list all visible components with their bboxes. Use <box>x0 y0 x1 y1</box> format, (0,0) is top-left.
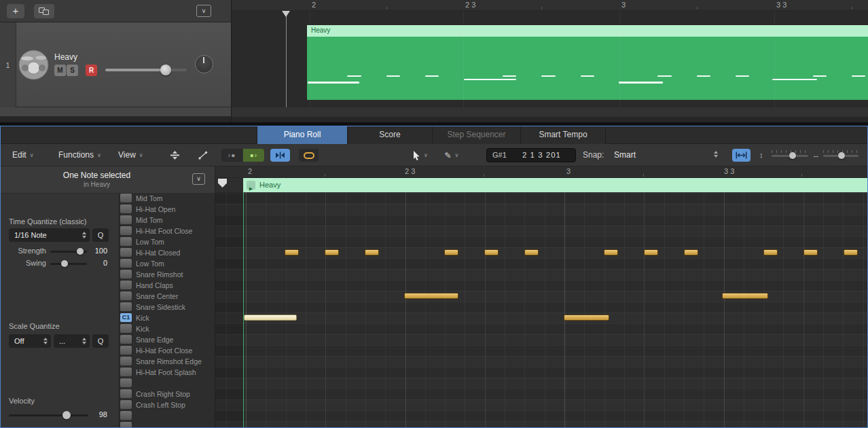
lane-name[interactable]: Snare Center <box>133 291 215 302</box>
drum-key[interactable] <box>120 368 132 376</box>
empty-track-row[interactable] <box>0 107 231 117</box>
lane-name[interactable] <box>133 410 215 421</box>
midi-region[interactable]: Heavy <box>307 25 868 100</box>
lane-name[interactable]: Hand Claps <box>133 280 215 291</box>
midi-note[interactable] <box>844 249 858 255</box>
drum-key[interactable] <box>120 346 132 355</box>
drum-key[interactable] <box>120 335 132 344</box>
drum-key[interactable] <box>120 378 132 387</box>
lane-name[interactable]: Low Tom <box>133 236 215 247</box>
drum-key[interactable] <box>120 237 132 246</box>
drum-key[interactable] <box>120 248 132 257</box>
lane-name[interactable]: Hi-Hat Foot Splash <box>133 367 215 378</box>
add-track-button[interactable]: + <box>7 4 24 18</box>
lane-name[interactable]: Snare Edge <box>133 334 215 345</box>
lane-name[interactable]: Hi-Hat Foot Close <box>133 226 215 236</box>
lane-name[interactable]: Hi-Hat Closed <box>133 247 215 258</box>
midi-note[interactable] <box>404 293 458 299</box>
pan-knob[interactable] <box>195 55 213 73</box>
midi-note[interactable] <box>365 249 379 255</box>
drum-key[interactable] <box>120 291 132 300</box>
tab-smart-tempo[interactable]: Smart Tempo <box>520 126 606 144</box>
quantize-apply-button[interactable]: Q <box>92 228 109 242</box>
midi-note[interactable] <box>722 293 768 299</box>
drum-key[interactable] <box>120 270 132 279</box>
midi-note[interactable] <box>644 249 658 255</box>
volume-slider-thumb[interactable] <box>160 65 171 75</box>
midi-note[interactable] <box>484 249 499 255</box>
midi-note[interactable] <box>325 249 339 255</box>
loop-button[interactable] <box>299 149 319 162</box>
editor-ruler[interactable]: 22 333 3 <box>215 166 868 178</box>
drum-key[interactable] <box>120 204 132 213</box>
midi-note[interactable] <box>604 249 618 255</box>
swing-thumb[interactable] <box>61 260 68 267</box>
mute-button[interactable]: M <box>54 65 66 76</box>
collapse-mode-button[interactable] <box>166 149 183 162</box>
lane-name[interactable] <box>133 421 215 428</box>
drum-key[interactable] <box>120 422 132 428</box>
lane-name[interactable]: Mid Tom <box>133 193 215 204</box>
drum-key[interactable] <box>120 411 132 420</box>
playhead-marker[interactable] <box>282 11 290 17</box>
midi-note[interactable] <box>244 315 297 321</box>
scroll-to-selection-button[interactable] <box>270 149 290 162</box>
region-body[interactable] <box>307 37 868 100</box>
zoom-to-fit-button[interactable] <box>732 149 751 162</box>
editor-playhead-marker[interactable] <box>218 179 227 188</box>
duplicate-track-button[interactable] <box>34 4 54 18</box>
snap-dropdown[interactable]: Smart <box>611 144 723 166</box>
lane-name[interactable] <box>133 378 215 389</box>
midi-thru-button[interactable]: ●› <box>243 149 264 162</box>
midi-in-button[interactable]: ›● <box>221 149 242 162</box>
drum-key[interactable] <box>120 259 132 268</box>
drum-key[interactable] <box>120 389 132 398</box>
scale-type-dropdown[interactable]: ... <box>54 334 90 348</box>
midi-note[interactable] <box>763 249 778 255</box>
record-enable-button[interactable]: R <box>86 65 97 76</box>
drum-key[interactable] <box>120 302 132 311</box>
vertical-zoom-thumb[interactable] <box>789 152 796 159</box>
drum-key[interactable] <box>120 194 132 202</box>
region-header[interactable]: Heavy <box>307 25 868 37</box>
lane-name[interactable]: Hi-Hat Foot Close <box>133 345 215 356</box>
drum-key[interactable] <box>120 226 132 235</box>
tracks-area[interactable]: Heavy <box>231 11 868 107</box>
pointer-tool-button[interactable]: ∨ <box>408 149 433 162</box>
timeline-ruler[interactable]: 22 333 3 <box>231 0 868 11</box>
velocity-slider[interactable] <box>9 414 88 416</box>
edit-menu[interactable]: Edit∨ <box>12 144 34 166</box>
functions-menu[interactable]: Functions∨ <box>58 144 101 166</box>
track-header[interactable]: 1 Heavy M S R <box>0 22 231 107</box>
tab-piano-roll[interactable]: Piano Roll <box>257 126 347 144</box>
velocity-thumb[interactable] <box>62 411 71 419</box>
midi-note[interactable] <box>285 249 299 255</box>
lane-name[interactable]: Crash Right Stop <box>133 389 215 399</box>
drum-key[interactable] <box>120 215 132 224</box>
midi-draw-button[interactable] <box>194 149 212 162</box>
midi-note[interactable] <box>803 249 818 255</box>
drum-key[interactable] <box>120 357 132 365</box>
lane-name[interactable]: Snare Sidestick <box>133 302 215 313</box>
drum-key[interactable] <box>120 281 132 289</box>
drum-key[interactable] <box>120 324 132 333</box>
drum-key-selected[interactable]: C1 <box>120 313 132 322</box>
swing-slider[interactable] <box>50 263 87 265</box>
track-panel-options-button[interactable]: ∨ <box>196 5 211 17</box>
midi-note[interactable] <box>444 249 458 255</box>
lane-name[interactable]: Snare Rimshot <box>133 269 215 280</box>
view-menu[interactable]: View∨ <box>118 144 143 166</box>
tab-score[interactable]: Score <box>347 126 432 144</box>
volume-slider[interactable] <box>105 63 187 77</box>
piano-roll-grid[interactable] <box>215 192 868 428</box>
pencil-tool-button[interactable]: ✎ ∨ <box>439 149 465 162</box>
midi-note[interactable] <box>564 315 609 321</box>
lane-name[interactable]: Kick <box>133 323 215 334</box>
solo-button[interactable]: S <box>67 65 78 76</box>
lane-name[interactable]: Kick <box>133 313 215 323</box>
playhead-line[interactable] <box>286 11 287 107</box>
strength-thumb[interactable] <box>77 248 84 255</box>
drum-key[interactable] <box>120 400 132 409</box>
lane-name[interactable]: Snare Rimshot Edge <box>133 356 215 367</box>
editor-region-header[interactable]: ▶ Heavy <box>243 178 868 192</box>
